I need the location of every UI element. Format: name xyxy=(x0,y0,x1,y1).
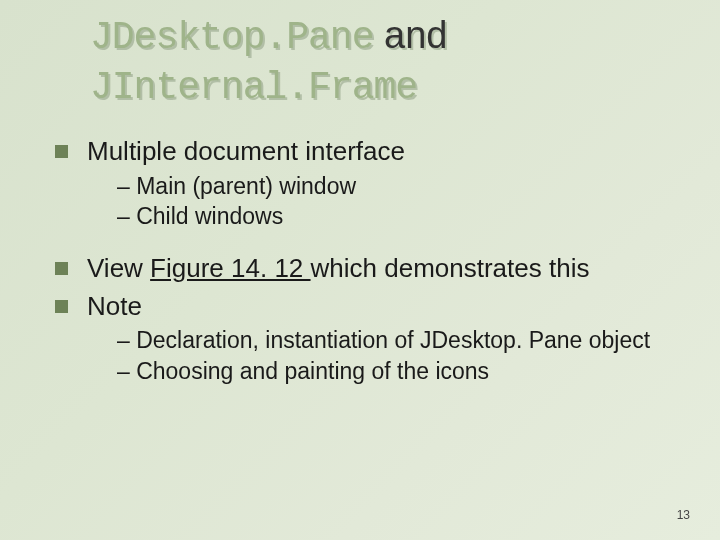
title-plain-1: and xyxy=(373,14,447,56)
slide: JDesktop.Pane and JInternal.Frame Multip… xyxy=(0,0,720,540)
page-number: 13 xyxy=(677,508,690,522)
bullet-3-text: Note xyxy=(87,291,142,321)
bullet-2-pre: View xyxy=(87,253,150,283)
title-code-2: JInternal.Frame xyxy=(90,66,417,109)
square-bullet-icon xyxy=(55,262,68,275)
slide-body: Multiple document interface – Main (pare… xyxy=(55,130,690,388)
bullet-1-sub-2: – Child windows xyxy=(117,202,690,231)
figure-link[interactable]: Figure 14. 12 xyxy=(150,253,310,283)
bullet-1-text: Multiple document interface xyxy=(87,136,405,166)
bullet-3-sub-2: – Choosing and painting of the icons xyxy=(117,357,690,386)
title-code-1: JDesktop.Pane xyxy=(90,16,373,59)
bullet-3: Note xyxy=(55,290,690,323)
bullet-2-post: which demonstrates this xyxy=(311,253,590,283)
bullet-3-sub-1: – Declaration, instantiation of JDesktop… xyxy=(117,326,690,355)
bullet-2: View Figure 14. 12 which demonstrates th… xyxy=(55,252,690,285)
bullet-1: Multiple document interface xyxy=(55,135,690,168)
square-bullet-icon xyxy=(55,300,68,313)
slide-title: JDesktop.Pane and JInternal.Frame xyxy=(90,12,680,111)
bullet-1-sub-1: – Main (parent) window xyxy=(117,172,690,201)
square-bullet-icon xyxy=(55,145,68,158)
